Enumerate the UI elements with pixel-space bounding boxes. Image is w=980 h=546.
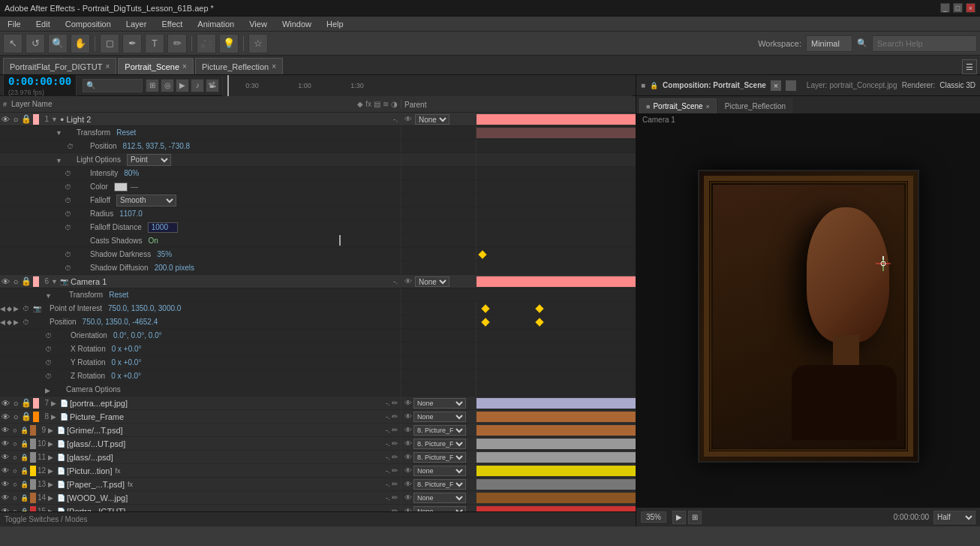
l9-expand[interactable]: ▶ [48,427,57,434]
l7-solo[interactable]: ○ [11,397,21,410]
tool-pen[interactable]: ✒ [122,34,142,53]
l12-vis[interactable]: 👁 [0,464,11,478]
xrot-stopwatch[interactable]: ⏱ [45,345,56,353]
l10-name[interactable]: [glass/...UT.psd] [67,439,125,448]
tool-hand[interactable]: ✋ [71,34,90,53]
playhead[interactable] [227,75,229,96]
layer1-visibility-eye[interactable]: 👁 [404,115,412,123]
l8-vis[interactable]: 👁 [0,410,11,424]
layer1-vis2[interactable]: ○ [11,113,21,126]
cam-transform-expand[interactable]: ▼ [45,291,54,300]
l14-lock[interactable]: 🔒 [20,491,29,505]
tl-btn-render[interactable]: ▶ [176,79,189,92]
l14-solo[interactable]: ○ [11,491,20,505]
poi-right2-btn[interactable]: ▶ [14,305,19,312]
cam-transform-reset[interactable]: Reset [109,291,128,299]
color-stopwatch[interactable]: ⏱ [65,183,75,191]
keyframe-diamond[interactable] [478,250,486,258]
l12-solo[interactable]: ○ [11,464,20,478]
orient-stopwatch[interactable]: ⏱ [45,332,56,339]
tool-puppet[interactable]: ☆ [248,34,268,53]
comp-quality-select[interactable]: Half Full Quarter [933,511,975,524]
l7-solo-btn[interactable]: -. [386,399,390,407]
layer6-vis-eye[interactable]: 👁 [404,277,412,285]
l11-lock[interactable]: 🔒 [20,451,29,464]
tab-portrait-scene-close[interactable]: × [182,62,187,71]
tool-brush[interactable]: ✏ [167,34,187,53]
l11-vis[interactable]: 👁 [0,451,11,464]
l13-expand[interactable]: ▶ [48,481,57,488]
l15-lock[interactable]: 🔒 [20,505,29,512]
intensity-value[interactable]: 80% [124,169,139,177]
tl-btn-collapse[interactable]: ⊞ [146,79,159,92]
l9-vis[interactable]: 👁 [0,424,11,437]
falloff-dist-stopwatch[interactable]: ⏱ [65,224,75,231]
l11-parent-select[interactable]: 8. Picture_Fr... [413,452,466,463]
l8-solo[interactable]: ○ [11,410,21,424]
light-options-expand[interactable]: ▼ [56,155,65,164]
menu-effect[interactable]: Effect [157,18,187,30]
tab-picture-reflection[interactable]: Picture_Reflection × [195,58,283,74]
l9-pencil[interactable]: ✏ [392,426,398,434]
l12-lock[interactable]: 🔒 [20,464,29,478]
transform-expand[interactable]: ▼ [56,129,65,137]
tl-btn-audio[interactable]: ♪ [191,79,204,92]
orientation-value[interactable]: 0.0°, 0.0°, 0.0° [113,331,162,339]
position-stopwatch[interactable]: ⏱ [65,143,75,150]
zoom-btn[interactable]: 35% [641,511,666,523]
y-rotation-value[interactable]: 0 x +0.0° [112,358,142,367]
l7-parent-eye[interactable]: 👁 [404,399,412,407]
l11-solo[interactable]: ○ [11,451,20,464]
l12-parent-select[interactable]: None [413,466,466,476]
l8-pencil[interactable]: ✏ [392,412,398,421]
l14-vis[interactable]: 👁 [0,491,11,505]
z-rotation-value[interactable]: 0 x +0.0° [111,372,141,380]
comp-tab-picture-reflection[interactable]: Picture_Reflection [718,98,792,113]
l10-parent-eye[interactable]: 👁 [404,439,412,448]
l7-pencil[interactable]: ✏ [392,399,398,407]
l12-expand[interactable]: ▶ [48,467,57,475]
poi-left-btn[interactable]: ◀ [0,305,5,312]
tool-light[interactable]: 💡 [219,34,239,53]
l14-parent-select[interactable]: None [413,493,466,503]
layer6-name[interactable]: Camera 1 [71,277,107,286]
comp-play-btn[interactable]: ▶ [672,511,686,524]
poi-stopwatch[interactable]: ⏱ [23,305,33,312]
l13-name[interactable]: [Paper_...T.psd] [67,480,125,489]
layer6-expand-btn[interactable]: ▼ [51,278,60,285]
l9-name[interactable]: [Grime/...T.psd] [67,426,123,435]
tab-picture-reflection-close[interactable]: × [272,62,276,71]
shadow-darkness-value[interactable]: 35% [157,250,172,258]
l11-parent-eye[interactable]: 👁 [404,453,412,461]
color-swatch[interactable] [114,183,128,192]
comp-grid-btn[interactable]: ⊞ [688,511,702,524]
tl-btn-solo[interactable]: ◎ [161,79,174,92]
shadow-darkness-stopwatch[interactable]: ⏱ [65,251,75,258]
comp-tab-portrait-scene[interactable]: ■ Portrait_Scene × [639,98,717,113]
l13-pencil[interactable]: ✏ [392,480,398,488]
l14-expand[interactable]: ▶ [48,494,57,502]
l12-solo-btn[interactable]: -. [386,466,390,475]
layer1-expand-btn[interactable]: ▼ [51,116,60,123]
l11-name[interactable]: [glass/...psd] [67,453,113,462]
campos-right-btn[interactable]: ▶ [14,318,19,326]
l10-pencil[interactable]: ✏ [392,439,398,448]
l15-vis[interactable]: 👁 [0,505,11,512]
l8-expand[interactable]: ▶ [51,413,60,421]
l11-solo-btn[interactable]: -. [386,453,390,461]
shadow-diffusion-value[interactable]: 200.0 pixels [155,264,194,272]
l9-parent-select[interactable]: 8. Picture_Fr... [413,425,466,436]
position-value[interactable]: 812.5, 937.5, -730.8 [123,142,191,150]
l13-parent-eye[interactable]: 👁 [404,480,412,488]
shadow-diffusion-stopwatch[interactable]: ⏱ [65,264,75,272]
campos-key-btn[interactable]: ◆ [7,318,12,326]
l7-parent-select[interactable]: None [413,398,466,409]
layer1-lock[interactable]: 🔒 [21,113,32,126]
layer1-parent-select[interactable]: None [415,114,449,125]
l9-solo-btn[interactable]: -. [386,426,390,434]
campos-value[interactable]: 750.0, 1350.0, -4652.4 [83,318,158,326]
tab-portraitflat[interactable]: PortraitFlat_For_DIGTUT × [3,58,116,74]
casts-shadows-value[interactable]: On [148,237,158,245]
menu-help[interactable]: Help [322,18,348,30]
l15-solo[interactable]: ○ [11,505,20,512]
